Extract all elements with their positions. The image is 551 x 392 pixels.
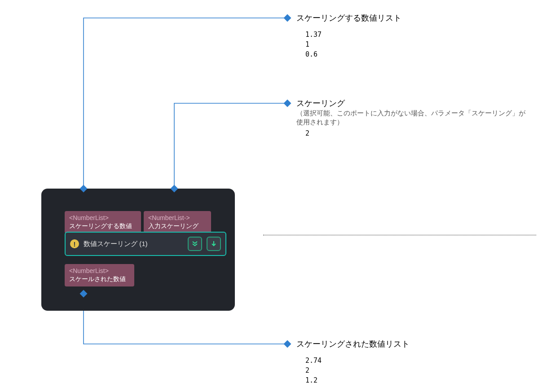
port-marker-out[interactable] (80, 290, 88, 298)
list-value: 0.6 (305, 49, 530, 59)
diagram-canvas: <NumberList> スケーリングする数値 <NumberList-> 入力… (0, 0, 551, 392)
port-label: スケーリングする数値 (69, 222, 137, 230)
list-value: 1 (305, 40, 530, 49)
annotation-output-list: スケーリングされた数値リスト 2.74 2 1.2 (296, 339, 530, 385)
warning-icon: ! (70, 239, 79, 248)
annotation-note: （選択可能、このポートに入力がない場合、パラメータ「スケーリング」が使用されます… (296, 109, 530, 127)
annotation-title: スケーリングする数値リスト (296, 13, 530, 23)
port-label: 入力スケーリング (148, 222, 207, 230)
list-value: 2.74 (305, 356, 530, 366)
download-arrow-icon (211, 241, 217, 247)
scalar-value: 2 (305, 128, 530, 138)
double-chevron-down-icon (192, 241, 198, 247)
annotation-scaling: スケーリング （選択可能、このポートに入力がない場合、パラメータ「スケーリング」… (296, 98, 530, 138)
node-title: 数値スケーリング (1) (84, 240, 183, 248)
list-value: 1.37 (305, 30, 530, 40)
divider (263, 235, 536, 235)
list-value: 2 (305, 366, 530, 375)
annotation-title: スケーリングされた数値リスト (296, 339, 530, 349)
input-port-scaling[interactable]: <NumberList-> 入力スケーリング (144, 211, 211, 233)
annotation-title: スケーリング (296, 98, 530, 109)
port-type: <NumberList> (69, 267, 130, 275)
port-type: <NumberList-> (148, 214, 207, 222)
node-body[interactable]: ! 数値スケーリング (1) (65, 232, 226, 256)
expand-button[interactable] (188, 237, 202, 251)
port-type: <NumberList> (69, 214, 137, 222)
input-port-number-list[interactable]: <NumberList> スケーリングする数値 (65, 211, 141, 233)
scaling-node[interactable]: <NumberList> スケーリングする数値 <NumberList-> 入力… (41, 189, 235, 311)
run-button[interactable] (207, 237, 221, 251)
output-port-number-list[interactable]: <NumberList> スケールされた数値 (65, 264, 134, 286)
list-value: 1.2 (305, 375, 530, 385)
port-label: スケールされた数値 (69, 275, 130, 283)
annotation-input-list: スケーリングする数値リスト 1.37 1 0.6 (296, 13, 530, 59)
